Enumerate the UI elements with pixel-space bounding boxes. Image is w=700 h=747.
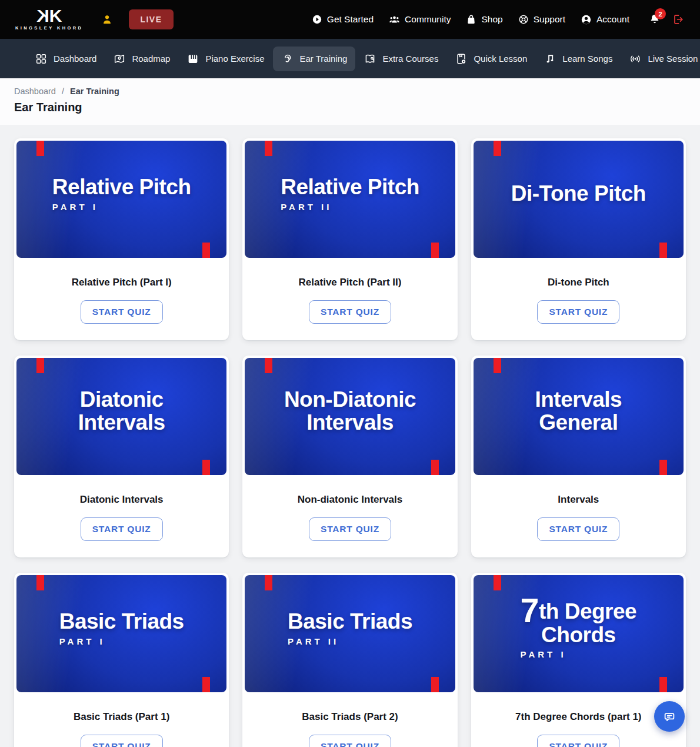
thumbnail-title: 7th DegreeChordsPART I — [521, 597, 637, 660]
quiz-card-body: 7th Degree Chords (part 1) START QUIZ — [474, 692, 684, 747]
red-accent-bar-bottom — [659, 460, 667, 475]
thumbnail-title-line: 7th Degree — [521, 597, 637, 625]
quiz-card: Basic TriadsPART II Basic Triads (Part 2… — [242, 573, 457, 747]
nav-item-roadmap[interactable]: Roadmap — [105, 47, 178, 71]
thumbnail-title: Relative PitchPART II — [281, 176, 419, 211]
quiz-thumbnail[interactable]: IntervalsGeneral — [474, 358, 684, 475]
nav-item-dashboard[interactable]: Dashboard — [26, 47, 105, 71]
quiz-card-body: Non-diatonic Intervals START QUIZ — [245, 475, 455, 557]
red-accent-bar-top — [36, 358, 44, 373]
quiz-thumbnail[interactable]: DiatonicIntervals — [16, 358, 226, 475]
thumbnail-title: Di-Tone Pitch — [511, 182, 646, 205]
red-accent-bar-top — [36, 141, 44, 156]
nav-item-learn-songs[interactable]: Learn Songs — [535, 47, 621, 71]
thumbnail-title-line: Intervals — [535, 389, 622, 411]
thumbnail-subtitle: PART II — [288, 636, 412, 646]
quiz-card-body: Relative Pitch (Part II) START QUIZ — [245, 258, 455, 340]
red-accent-bar-bottom — [659, 677, 667, 692]
thumbnail-big-digit: 7 — [521, 592, 539, 629]
start-quiz-button[interactable]: START QUIZ — [81, 517, 163, 541]
thumbnail-subtitle: PART I — [52, 202, 191, 212]
red-accent-bar-top — [494, 575, 501, 590]
breadcrumb-dashboard[interactable]: Dashboard — [14, 87, 56, 96]
start-quiz-button[interactable]: START QUIZ — [81, 300, 163, 324]
red-accent-bar-top — [494, 358, 501, 373]
quiz-title: Diatonic Intervals — [26, 494, 217, 506]
music-note-icon — [544, 52, 556, 65]
start-quiz-button[interactable]: START QUIZ — [309, 517, 391, 541]
quiz-card: 7th DegreeChordsPART I 7th Degree Chords… — [471, 573, 686, 747]
quiz-card-body: Diatonic Intervals START QUIZ — [16, 475, 226, 557]
chat-fab-button[interactable] — [654, 701, 685, 732]
chat-bubble-icon — [662, 709, 677, 724]
nav-item-ear-training[interactable]: Ear Training — [273, 47, 356, 71]
nav-item-piano-exercise[interactable]: Piano Exercise — [178, 47, 272, 71]
thumbnail-title: Basic TriadsPART II — [288, 610, 412, 646]
thumbnail-title: Basic TriadsPART I — [59, 610, 184, 646]
red-accent-bar-top — [494, 141, 501, 156]
topbar-item-get-started[interactable]: Get Started — [311, 14, 374, 25]
red-accent-bar-bottom — [431, 243, 439, 258]
start-quiz-button[interactable]: START QUIZ — [537, 517, 619, 541]
quiz-thumbnail[interactable]: Di-Tone Pitch — [474, 141, 684, 258]
page-title: Ear Training — [14, 101, 686, 114]
topbar-item-support[interactable]: Support — [518, 14, 565, 25]
quiz-card: DiatonicIntervals Diatonic Intervals STA… — [14, 356, 229, 557]
thumbnail-title: DiatonicIntervals — [78, 389, 165, 433]
quiz-thumbnail[interactable]: Basic TriadsPART II — [245, 575, 455, 692]
breadcrumb: Dashboard / Ear Training — [14, 87, 686, 96]
red-accent-bar-bottom — [659, 243, 667, 258]
broadcast-icon — [629, 52, 642, 65]
profile-person-icon[interactable] — [101, 13, 114, 26]
start-quiz-button[interactable]: START QUIZ — [309, 300, 391, 324]
quiz-thumbnail[interactable]: Relative PitchPART II — [245, 141, 455, 258]
red-accent-bar-top — [265, 575, 272, 590]
lesson-play-icon — [455, 52, 468, 65]
thumbnail-title: Non-DiatonicIntervals — [284, 389, 416, 433]
thumbnail-title-line: Basic Triads — [288, 610, 412, 633]
thumbnail-title-line: General — [535, 411, 622, 434]
quiz-card: Relative PitchPART II Relative Pitch (Pa… — [242, 138, 457, 340]
main-nav: Dashboard Roadmap Piano Exercise Ear Tra… — [0, 39, 700, 78]
start-quiz-button[interactable]: START QUIZ — [537, 735, 619, 747]
start-quiz-button[interactable]: START QUIZ — [537, 300, 619, 324]
start-quiz-button[interactable]: START QUIZ — [81, 735, 163, 747]
brand-initials: KK — [39, 8, 59, 24]
red-accent-bar-top — [265, 358, 272, 373]
quiz-thumbnail[interactable]: Non-DiatonicIntervals — [245, 358, 455, 475]
topbar-item-shop[interactable]: Shop — [465, 14, 502, 25]
topbar-item-community[interactable]: Community — [388, 14, 451, 26]
topbar-menu: Get Started Community Shop Support Accou… — [311, 14, 629, 26]
topbar: KK KINGSLEY KHORD LIVE Get Started Commu… — [0, 0, 700, 39]
page-header: Dashboard / Ear Training Ear Training — [0, 78, 700, 125]
logout-icon[interactable] — [672, 13, 685, 26]
start-quiz-button[interactable]: START QUIZ — [309, 735, 391, 747]
thumbnail-title-line: Basic Triads — [59, 610, 184, 633]
nav-item-live-session[interactable]: Live Session — [621, 47, 700, 71]
nav-item-quick-lesson[interactable]: Quick Lesson — [446, 47, 535, 71]
quiz-thumbnail[interactable]: 7th DegreeChordsPART I — [474, 575, 684, 692]
user-circle-icon — [580, 14, 592, 26]
breadcrumb-current: Ear Training — [70, 87, 119, 96]
quiz-card-body: Relative Pitch (Part I) START QUIZ — [16, 258, 226, 340]
live-button[interactable]: LIVE — [129, 9, 173, 29]
quiz-card-body: Di-tone Pitch START QUIZ — [474, 258, 684, 340]
notifications-bell[interactable]: 2 — [648, 13, 661, 26]
quiz-card-body: Basic Triads (Part 1) START QUIZ — [16, 692, 226, 747]
thumbnail-title-line: Intervals — [78, 411, 165, 434]
red-accent-bar-bottom — [431, 460, 439, 475]
thumbnail-title: IntervalsGeneral — [535, 389, 622, 433]
brand-name: KINGSLEY KHORD — [15, 25, 83, 31]
topbar-item-account[interactable]: Account — [580, 14, 629, 26]
quiz-title: Basic Triads (Part 2) — [254, 711, 445, 723]
quiz-title: Non-diatonic Intervals — [254, 494, 445, 506]
red-accent-bar-top — [265, 141, 272, 156]
quiz-thumbnail[interactable]: Basic TriadsPART I — [16, 575, 226, 692]
brand-logo[interactable]: KK KINGSLEY KHORD — [15, 8, 83, 31]
quiz-thumbnail[interactable]: Relative PitchPART I — [16, 141, 226, 258]
thumbnail-subtitle: PART I — [521, 649, 637, 659]
nav-item-extra-courses[interactable]: Extra Courses — [355, 47, 446, 71]
red-accent-bar-top — [36, 575, 44, 590]
shopping-bag-icon — [465, 14, 477, 25]
quiz-card: Relative PitchPART I Relative Pitch (Par… — [14, 138, 229, 340]
